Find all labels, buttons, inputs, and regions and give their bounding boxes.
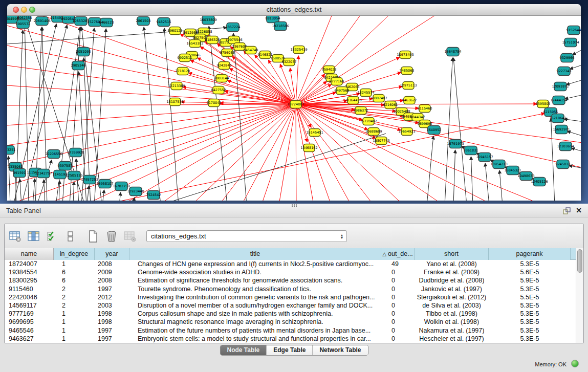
table-column-headers: namein_degreeyeartitle△out_de...shortpag… bbox=[5, 248, 577, 260]
table-cell: 9699695 bbox=[5, 318, 54, 326]
zoom-traffic-button[interactable] bbox=[29, 7, 35, 13]
select-columns-button[interactable] bbox=[45, 229, 60, 244]
graph-node-label: 8813054 bbox=[266, 16, 280, 20]
table-mode-button[interactable] bbox=[8, 229, 23, 244]
table-gear-icon bbox=[9, 231, 21, 242]
table-cell: 2 bbox=[54, 293, 95, 301]
table-cell: Stergiakouli et al. (2012) bbox=[415, 293, 489, 301]
table-cell: 9463627 bbox=[5, 335, 54, 343]
table-cell: Franke et al. (2009) bbox=[415, 268, 489, 276]
graph-node-label: 20206556 bbox=[45, 152, 62, 156]
graph-node-label: 16033809 bbox=[200, 18, 216, 22]
graph-node-label: 12342757 bbox=[35, 171, 52, 176]
graph-node-label: 15720407 bbox=[360, 119, 377, 123]
column-header-pagerank[interactable]: pagerank bbox=[489, 248, 571, 260]
close-traffic-button[interactable] bbox=[13, 7, 19, 13]
graph-node-label: 16845321 bbox=[504, 168, 521, 172]
graph-node-label: 9397587 bbox=[58, 164, 73, 168]
graph-node-label: 19218586 bbox=[272, 24, 289, 28]
graph-node-label: 20364456 bbox=[344, 98, 361, 102]
table-cell: Hescheler et al. (1997) bbox=[415, 335, 489, 343]
table-row[interactable]: 946362711997Embryonic stem cells: a mode… bbox=[5, 335, 577, 343]
table-select-dropdown[interactable]: citations_edges.txt ▲▼ bbox=[146, 230, 347, 242]
tab-node-table[interactable]: Node Table bbox=[220, 345, 266, 355]
table-panel-title: Table Panel bbox=[6, 204, 41, 217]
column-header-in-degree[interactable]: in_degree bbox=[54, 248, 95, 260]
disabled-table-icon bbox=[124, 231, 136, 242]
show-columns-button[interactable] bbox=[26, 229, 41, 244]
delete-table-button[interactable] bbox=[122, 229, 138, 244]
column-header-title[interactable]: title bbox=[129, 248, 381, 260]
graph-node-label: 16945157 bbox=[476, 155, 493, 159]
row-height-button[interactable] bbox=[63, 229, 78, 244]
table-cell: Embryonic stem cells: a model to study s… bbox=[129, 335, 381, 343]
float-panel-icon[interactable] bbox=[562, 207, 571, 215]
graph-node-label: 9777169 bbox=[330, 79, 344, 83]
graph-node-label: 2861503 bbox=[136, 19, 151, 23]
graph-node-label: 18226058 bbox=[195, 30, 212, 34]
table-cell: de Silva et al. (2003) bbox=[415, 301, 489, 310]
table-cell: 5.3E-5 bbox=[489, 301, 571, 310]
table-scrollbar-thumb[interactable] bbox=[577, 249, 582, 273]
rows-icon bbox=[67, 231, 74, 242]
table-cell: Disruption of a novel member of a sodium… bbox=[129, 301, 381, 310]
table-row[interactable]: 1456911722003Disruption of a novel membe… bbox=[5, 301, 577, 310]
table-cell: Changes of HCN gene expression and I(f) … bbox=[129, 260, 381, 268]
graph-node-label: 2803144 bbox=[214, 76, 229, 80]
table-cell: 1 bbox=[54, 318, 95, 326]
table-row[interactable]: 1938455462009Genome-wide association stu… bbox=[5, 268, 577, 276]
table-row[interactable]: 911546021997Tourette syndrome. Phenomeno… bbox=[5, 285, 577, 293]
table-row[interactable]: 977716911998Corpus callosum shape and si… bbox=[5, 310, 577, 318]
graph-node-label: 10688609 bbox=[365, 129, 382, 134]
column-header-out-de-[interactable]: △out_de... bbox=[381, 248, 415, 260]
graph-node-label: 16782759 bbox=[113, 184, 129, 188]
graph-node-label: 17359928 bbox=[67, 150, 84, 155]
network-canvas[interactable]: 1872400789601238912955182260589827503165… bbox=[7, 16, 581, 201]
graph-node-label: 8427552 bbox=[211, 88, 226, 92]
table-cell: 5.6E-5 bbox=[489, 268, 571, 276]
table-cell: 0 bbox=[381, 301, 415, 310]
graph-node-label: 20691406 bbox=[33, 19, 50, 23]
create-column-button[interactable] bbox=[85, 229, 101, 244]
tab-edge-table[interactable]: Edge Table bbox=[266, 345, 312, 355]
column-header-year[interactable]: year bbox=[95, 248, 129, 260]
table-cell: 1 bbox=[54, 335, 95, 343]
table-column-icon bbox=[28, 231, 40, 242]
column-header-name[interactable]: name bbox=[5, 248, 54, 260]
memory-led-icon bbox=[571, 360, 579, 367]
graph-node-label: 16791973 bbox=[447, 142, 464, 146]
delete-column-button[interactable] bbox=[104, 229, 119, 244]
column-header-short[interactable]: short bbox=[415, 248, 489, 260]
graph-node-label: 9115460 bbox=[418, 106, 432, 111]
table-cell: 18300295 bbox=[5, 276, 54, 285]
close-panel-icon[interactable]: ✕ bbox=[576, 206, 582, 214]
table-cell: Yano et al. (2008) bbox=[415, 260, 489, 268]
network-window-titlebar[interactable]: citations_edges.txt bbox=[7, 4, 581, 16]
graph-node-label: 10807487 bbox=[370, 96, 387, 100]
graph-node-label: 16543382 bbox=[186, 41, 203, 46]
table-cell: Wolkin et al. (1998) bbox=[415, 318, 489, 326]
table-row[interactable]: 946554611997Estimation of the future num… bbox=[5, 326, 577, 335]
tab-network-table[interactable]: Network Table bbox=[312, 345, 367, 355]
table-row[interactable]: 1830029562008Estimation of significance … bbox=[5, 276, 577, 285]
graph-node-label: 7524542 bbox=[146, 193, 161, 197]
table-row[interactable]: 969969511998Structural magnetic resonanc… bbox=[5, 318, 577, 326]
graph-node-label: 10954213 bbox=[490, 162, 507, 166]
table-cell: 1997 bbox=[95, 326, 129, 335]
table-row[interactable]: 2242004622012Investigating the contribut… bbox=[5, 293, 577, 301]
splitter-handle[interactable] bbox=[291, 204, 297, 207]
checkmarks-icon bbox=[47, 231, 58, 242]
memory-status-label: Memory: OK bbox=[535, 361, 567, 367]
graph-node-label: 391591 bbox=[13, 171, 26, 175]
table-cell: 5.3E-5 bbox=[489, 310, 571, 318]
minimize-traffic-button[interactable] bbox=[21, 7, 27, 13]
graph-node-label: 7857224 bbox=[226, 25, 241, 29]
table-scrollbar[interactable] bbox=[576, 248, 583, 343]
graph-node-label: 7485063 bbox=[400, 69, 415, 73]
graph-node-label: 9482515 bbox=[157, 20, 171, 24]
network-window: citations_edges.txt 18724007896012389129… bbox=[7, 4, 581, 201]
table-cell: 0 bbox=[381, 293, 415, 301]
table-cell: 2 bbox=[54, 285, 95, 293]
table-row[interactable]: 1872400712008Changes of HCN gene express… bbox=[5, 260, 577, 268]
table-cell: 0 bbox=[381, 335, 415, 343]
